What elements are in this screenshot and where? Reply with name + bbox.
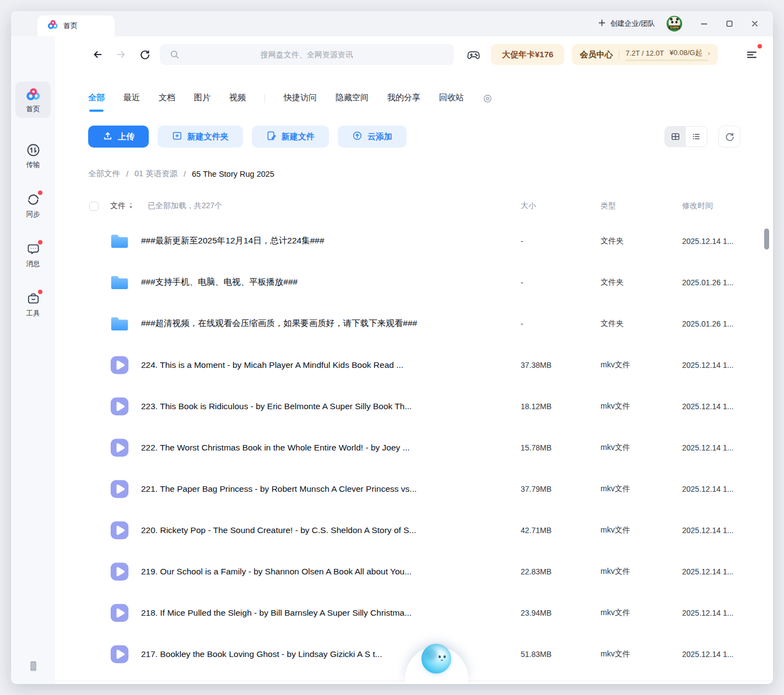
- content-area: 大促年卡¥176 会员中心 7.2T / 12.0T ¥0.08/G起 ›: [55, 36, 773, 684]
- file-size: 15.78MB: [521, 443, 601, 452]
- sidebar-item-传输[interactable]: 传输: [15, 137, 51, 173]
- vip-center-button[interactable]: 会员中心 7.2T / 12.0T ¥0.08/G起 ›: [572, 44, 717, 65]
- refresh-page-button[interactable]: [136, 45, 154, 64]
- loaded-status: 已全部加载，共227个: [148, 201, 222, 211]
- file-name: 224. This is a Moment - by Micah Player …: [141, 360, 521, 370]
- list-view-button[interactable]: [686, 127, 707, 146]
- video-file-icon: [109, 561, 130, 582]
- file-type: mkv文件: [601, 360, 682, 370]
- file-type: 文件夹: [601, 236, 682, 246]
- scrollbar-thumb[interactable]: [764, 229, 769, 249]
- video-file-icon: [109, 479, 130, 499]
- file-modified: 2025.01.26 1...: [682, 319, 747, 328]
- tab-回收站[interactable]: 回收站: [439, 93, 464, 104]
- app-window: 首页 创建企业/团队 SVIP6: [11, 11, 773, 684]
- tools-icon: [25, 291, 41, 306]
- table-row[interactable]: 224. This is a Moment - by Micah Player …: [55, 344, 773, 385]
- select-all-checkbox[interactable]: [89, 202, 99, 211]
- file-modified: 2025.12.14 1...: [682, 650, 747, 659]
- transfer-icon: [25, 142, 41, 158]
- tab-隐藏空间[interactable]: 隐藏空间: [336, 93, 369, 104]
- create-team-button[interactable]: 创建企业/团队: [598, 19, 655, 29]
- file-size: 23.94MB: [521, 609, 601, 617]
- file-modified: 2025.12.14 1...: [682, 237, 747, 246]
- file-name: 221. The Paper Bag Princess - by Robert …: [141, 484, 521, 494]
- video-file-icon: [109, 602, 130, 623]
- table-row[interactable]: ###超清视频，在线观看会压缩画质，如果要画质好，请下载下来观看### - 文件…: [55, 303, 773, 344]
- tab-文档[interactable]: 文档: [159, 93, 175, 104]
- breadcrumb-current: 65 The Story Rug 2025: [192, 170, 274, 178]
- close-button[interactable]: [742, 11, 767, 36]
- sidebar-item-工具[interactable]: 工具: [15, 286, 51, 322]
- upload-button[interactable]: 上传: [88, 126, 149, 148]
- file-modified: 2025.12.14 1...: [682, 567, 747, 576]
- menu-icon[interactable]: [743, 46, 760, 63]
- new-folder-button[interactable]: 新建文件夹: [158, 126, 243, 148]
- file-type: 文件夹: [601, 319, 682, 329]
- breadcrumb-link[interactable]: 全部文件: [88, 169, 120, 179]
- netdisk-logo-icon: [25, 86, 41, 102]
- folder-icon: [109, 231, 130, 252]
- sidebar: 首页传输同步消息工具: [11, 36, 55, 684]
- file-column-header[interactable]: 文件: [110, 201, 133, 211]
- search-input[interactable]: [160, 44, 454, 65]
- file-modified: 2025.12.14 1...: [682, 526, 747, 535]
- new-file-button[interactable]: 新建文件: [252, 126, 329, 148]
- avatar[interactable]: SVIP6: [666, 15, 683, 32]
- tab-全部[interactable]: 全部: [88, 93, 105, 104]
- table-row[interactable]: ###最新更新至2025年12月14日，总计224集### - 文件夹 2025…: [55, 220, 773, 262]
- file-list: ###最新更新至2025年12月14日，总计224集### - 文件夹 2025…: [55, 220, 773, 675]
- tab-最近[interactable]: 最近: [123, 93, 140, 104]
- table-row[interactable]: 219. Our School is a Family - by Shannon…: [55, 551, 773, 592]
- tab-视频[interactable]: 视频: [229, 93, 246, 104]
- maximize-button[interactable]: [717, 11, 742, 36]
- message-icon: [25, 241, 41, 257]
- home-tab[interactable]: 首页: [37, 15, 115, 36]
- file-modified: 2025.01.26 1...: [682, 278, 747, 287]
- refresh-list-button[interactable]: [718, 126, 740, 148]
- forward-button[interactable]: [112, 45, 131, 64]
- back-button[interactable]: [88, 45, 107, 64]
- tab-settings-icon[interactable]: [483, 94, 493, 104]
- grid-view-button[interactable]: [665, 127, 686, 146]
- size-column-header: 大小: [521, 201, 601, 211]
- netdisk-logo-icon: [47, 19, 58, 32]
- cloud-add-icon: [352, 131, 363, 143]
- new-folder-icon: [172, 131, 182, 143]
- file-size: -: [521, 319, 601, 328]
- phone-icon[interactable]: [26, 659, 40, 675]
- promo-annual-card-button[interactable]: 大促年卡¥176: [491, 44, 564, 65]
- tab-快捷访问[interactable]: 快捷访问: [284, 93, 317, 104]
- file-size: 37.79MB: [521, 485, 601, 493]
- type-column-header: 类型: [601, 201, 682, 211]
- sidebar-item-消息[interactable]: 消息: [15, 236, 51, 273]
- file-size: 42.71MB: [521, 526, 601, 535]
- sidebar-item-首页[interactable]: 首页: [15, 82, 51, 118]
- file-type: mkv文件: [601, 649, 682, 659]
- table-row[interactable]: 218. If Mice Pulled the Sleigh - by Bill…: [55, 592, 773, 633]
- notification-dot: [38, 191, 42, 195]
- sidebar-item-同步[interactable]: 同步: [15, 187, 51, 223]
- tab-图片[interactable]: 图片: [194, 93, 210, 104]
- file-modified: 2025.12.14 1...: [682, 402, 747, 411]
- category-tabs: 全部最近文档图片视频快捷访问隐藏空间我的分享回收站: [88, 93, 493, 104]
- table-row[interactable]: 220. Rickety Pop - The Sound Creature! -…: [55, 509, 773, 551]
- file-size: -: [521, 237, 601, 246]
- table-row[interactable]: 222. The Worst Christmas Book in the Who…: [55, 427, 773, 468]
- cloud-add-button[interactable]: 云添加: [338, 126, 407, 148]
- table-row[interactable]: ###支持手机、电脑、电视、平板播放### - 文件夹 2025.01.26 1…: [55, 262, 773, 303]
- file-type: mkv文件: [601, 443, 682, 453]
- table-row[interactable]: 221. The Paper Bag Princess - by Robert …: [55, 468, 773, 509]
- storage-usage: 7.2T / 12.0T: [625, 49, 664, 57]
- video-file-icon: [109, 396, 130, 417]
- assistant-sphere-icon[interactable]: [421, 644, 451, 674]
- tab-我的分享[interactable]: 我的分享: [387, 93, 420, 104]
- search-box[interactable]: [160, 44, 454, 65]
- file-modified: 2025.12.14 1...: [682, 361, 747, 370]
- table-row[interactable]: 223. This Book is Ridiculous - by Eric B…: [55, 385, 773, 427]
- minimize-button[interactable]: [691, 11, 717, 36]
- file-size: -: [521, 278, 601, 287]
- breadcrumb-link[interactable]: 01 英语资源: [134, 169, 177, 179]
- game-icon[interactable]: [463, 45, 483, 64]
- ai-assistant[interactable]: [405, 642, 468, 684]
